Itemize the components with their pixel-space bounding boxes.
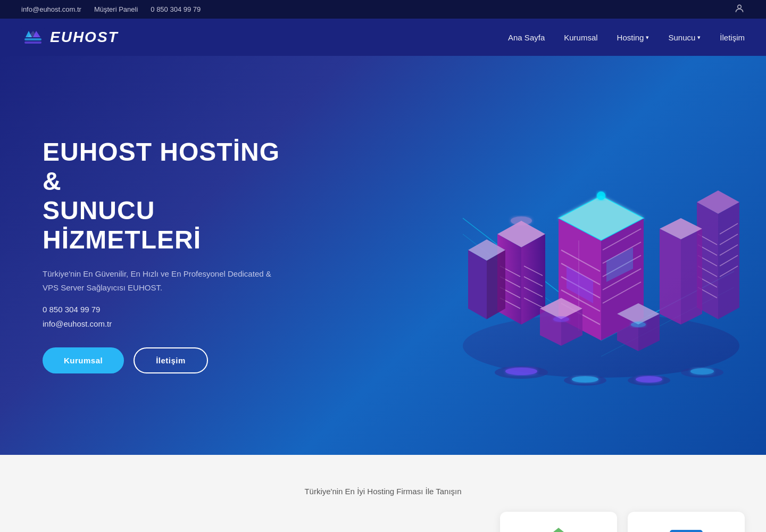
hero-section: EUHOST HOSTİNG & SUNUCU HİZMETLERİ Türki… <box>0 56 766 455</box>
nav-link-ana-sayfa[interactable]: Ana Sayfa <box>508 33 545 42</box>
card-1-icon <box>537 522 580 532</box>
navbar: EUHOST Ana Sayfa Kurumsal Hosting ▾ Sunu… <box>0 19 766 56</box>
server-illustration-svg <box>436 112 766 399</box>
logo[interactable]: EUHOST <box>21 26 119 49</box>
svg-rect-2 <box>24 38 41 40</box>
topbar-panel[interactable]: Müşteri Paneli <box>94 5 138 13</box>
nav-item-hosting[interactable]: Hosting ▾ <box>617 33 650 42</box>
bottom-subtitle: Türkiye'nin En İyi Hosting Firması İle T… <box>21 487 745 496</box>
nav-item-sunucu[interactable]: Sunucu ▾ <box>668 33 701 42</box>
topbar-right <box>734 3 745 15</box>
hero-illustration <box>436 112 766 399</box>
svg-point-28 <box>511 217 532 225</box>
nav-link-kurumsal[interactable]: Kurumsal <box>564 33 597 42</box>
bottom-section: Türkiye'nin En İyi Hosting Firması İle T… <box>0 455 766 532</box>
iletisim-button[interactable]: İletişim <box>134 347 208 373</box>
user-icon[interactable] <box>734 3 745 15</box>
nav-item-iletisim[interactable]: İletişim <box>720 33 745 42</box>
svg-marker-77 <box>551 528 567 532</box>
hero-title: EUHOST HOSTİNG & SUNUCU HİZMETLERİ <box>43 137 287 255</box>
svg-point-66 <box>597 192 605 200</box>
svg-rect-3 <box>24 41 41 44</box>
nav-item-kurumsal[interactable]: Kurumsal <box>564 33 597 42</box>
hero-phone: 0 850 304 99 79 <box>43 305 287 314</box>
hero-email: info@euhost.com.tr <box>43 319 287 328</box>
svg-point-74 <box>631 322 646 327</box>
svg-point-0 <box>738 5 742 9</box>
nav-link-iletisim[interactable]: İletişim <box>720 33 745 42</box>
card-2 <box>628 512 745 532</box>
svg-point-70 <box>553 317 569 322</box>
svg-marker-30 <box>468 250 487 319</box>
sunucu-chevron-icon: ▾ <box>697 34 701 41</box>
cards-row <box>21 512 745 532</box>
logo-icon <box>21 26 45 49</box>
kurumsal-button[interactable]: Kurumsal <box>43 347 124 373</box>
topbar-phone: 0 850 304 99 79 <box>151 5 201 13</box>
svg-point-14 <box>572 376 598 383</box>
topbar-left: info@euhost.com.tr Müşteri Paneli 0 850 … <box>21 5 201 13</box>
logo-text: EUHOST <box>50 29 119 46</box>
hero-content: EUHOST HOSTİNG & SUNUCU HİZMETLERİ Türki… <box>0 105 330 406</box>
nav-link-hosting[interactable]: Hosting ▾ <box>617 33 650 42</box>
topbar-email: info@euhost.com.tr <box>21 5 81 13</box>
topbar: info@euhost.com.tr Müşteri Paneli 0 850 … <box>0 0 766 19</box>
nav-links: Ana Sayfa Kurumsal Hosting ▾ Sunucu ▾ İl… <box>508 33 745 42</box>
svg-point-16 <box>690 368 714 375</box>
nav-link-sunucu[interactable]: Sunucu ▾ <box>668 33 701 42</box>
svg-point-15 <box>636 376 662 383</box>
svg-marker-47 <box>660 229 681 325</box>
hosting-chevron-icon: ▾ <box>646 34 649 41</box>
card-2-icon <box>665 522 707 532</box>
svg-marker-31 <box>487 250 505 319</box>
svg-point-13 <box>505 368 537 375</box>
nav-item-ana-sayfa[interactable]: Ana Sayfa <box>508 33 545 42</box>
card-1 <box>500 512 617 532</box>
svg-marker-48 <box>681 229 702 325</box>
hero-buttons: Kurumsal İletişim <box>43 347 287 373</box>
hero-subtitle: Türkiye'nin En Güvenilir, En Hızlı ve En… <box>43 267 287 294</box>
